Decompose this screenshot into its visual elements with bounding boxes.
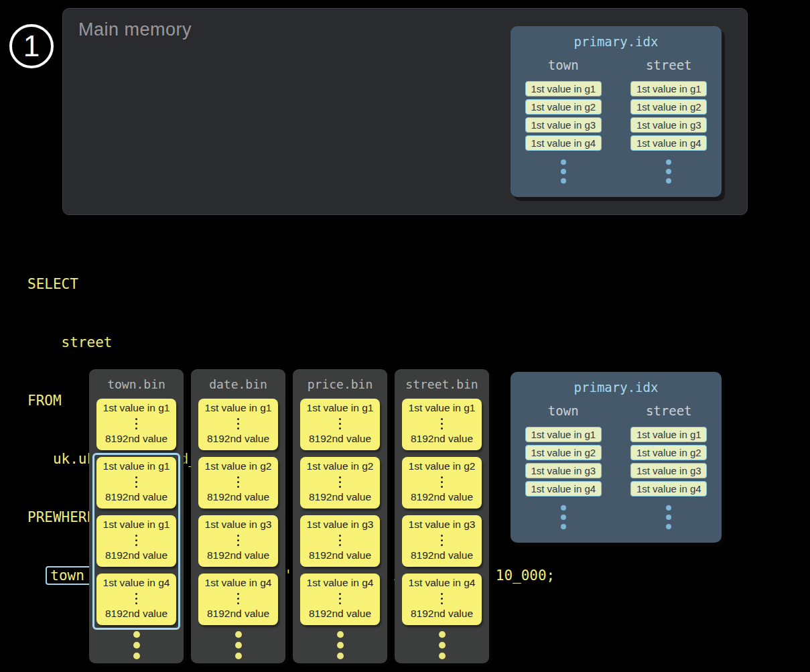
granule-1: 1st value in g1 8192nd value xyxy=(402,399,482,450)
vertical-ellipsis-icon xyxy=(441,535,443,546)
granule-last-value: 8192nd value xyxy=(309,433,371,445)
idx-entry: 1st value in g3 xyxy=(630,463,707,478)
idx-entry: 1st value in g1 xyxy=(630,427,707,442)
granule-last-value: 8192nd value xyxy=(411,433,473,445)
granule-first-value: 1st value in g4 xyxy=(103,577,170,589)
vertical-ellipsis-icon xyxy=(666,505,671,529)
granule-first-value: 1st value in g4 xyxy=(409,577,476,589)
granule-4: 1st value in g4 8192nd value xyxy=(198,574,278,625)
idx-entry: 1st value in g1 xyxy=(525,81,602,96)
vertical-ellipsis-icon xyxy=(339,593,341,604)
granule-4: 1st value in g4 8192nd value xyxy=(402,574,482,625)
vertical-ellipsis-icon xyxy=(237,535,239,546)
granule-list: 1st value in g1 8192nd value 1st value i… xyxy=(191,399,285,625)
granule-last-value: 8192nd value xyxy=(207,549,269,561)
granule-last-value: 8192nd value xyxy=(411,549,473,561)
bin-date: date.bin 1st value in g1 8192nd value 1s… xyxy=(191,369,285,663)
idx-column-town: town 1st value in g1 1st value in g2 1st… xyxy=(511,58,616,184)
granule-first-value: 1st value in g2 xyxy=(307,460,374,472)
granule-1: 1st value in g1 8192nd value xyxy=(300,399,380,450)
granule-first-value: 1st value in g1 xyxy=(307,402,374,414)
granule-first-value: 1st value in g1 xyxy=(409,402,476,414)
granule-list: 1st value in g1 8192nd value 1st value i… xyxy=(395,399,489,625)
granule-2: 1st value in g2 8192nd value xyxy=(198,457,278,509)
idx-entry: 1st value in g3 xyxy=(525,117,602,133)
granule-first-value: 1st value in g3 xyxy=(409,519,476,531)
vertical-ellipsis-icon xyxy=(237,476,239,488)
sql-line-select-column: street xyxy=(27,333,555,352)
bin-title: date.bin xyxy=(191,369,285,392)
granule-2: 1st value in g2 8192nd value xyxy=(402,457,482,509)
granule-1: 1st value in g1 8192nd value xyxy=(198,399,278,450)
bin-title: town.bin xyxy=(89,369,184,392)
granule-last-value: 8192nd value xyxy=(309,491,371,503)
vertical-ellipsis-icon xyxy=(135,476,137,488)
granule-first-value: 1st value in g4 xyxy=(205,577,272,589)
vertical-ellipsis-icon xyxy=(237,593,239,604)
idx-column-label: town xyxy=(548,58,579,72)
vertical-ellipsis-icon xyxy=(561,159,566,184)
vertical-ellipsis-icon xyxy=(339,535,341,546)
main-memory-title: Main memory xyxy=(78,19,192,40)
vertical-ellipsis-icon xyxy=(561,505,566,529)
granule-last-value: 8192nd value xyxy=(411,491,473,503)
granule-last-value: 8192nd value xyxy=(207,433,269,445)
granule-3: 1st value in g3 8192nd value xyxy=(300,515,380,567)
granule-first-value: 1st value in g2 xyxy=(409,460,476,472)
bin-title: street.bin xyxy=(395,369,489,392)
granule-4: 1st value in g4 8192nd value xyxy=(300,574,380,625)
vertical-ellipsis-icon xyxy=(339,476,341,488)
primary-idx-title: primary.idx xyxy=(511,26,722,49)
vertical-ellipsis-icon xyxy=(135,535,137,546)
step-number: 1 xyxy=(23,31,40,61)
primary-idx-title: primary.idx xyxy=(511,372,722,395)
vertical-ellipsis-icon xyxy=(441,418,443,429)
bin-title: price.bin xyxy=(293,369,387,392)
granule-last-value: 8192nd value xyxy=(207,491,269,503)
idx-entry: 1st value in g1 xyxy=(630,81,707,96)
granule-3: 1st value in g1 8192nd value xyxy=(96,515,176,567)
idx-column-label: town xyxy=(548,403,579,418)
granule-last-value: 8192nd value xyxy=(309,608,371,620)
granule-first-value: 1st value in g1 xyxy=(103,519,170,531)
granule-first-value: 1st value in g1 xyxy=(103,460,170,472)
granule-3: 1st value in g3 8192nd value xyxy=(402,515,482,567)
granule-first-value: 1st value in g4 xyxy=(307,577,374,589)
vertical-ellipsis-icon xyxy=(293,631,387,659)
idx-entry: 1st value in g4 xyxy=(630,135,707,151)
vertical-ellipsis-icon xyxy=(89,631,184,659)
granule-last-value: 8192nd value xyxy=(309,549,371,561)
granule-first-value: 1st value in g2 xyxy=(205,460,272,472)
granule-last-value: 8192nd value xyxy=(105,491,167,503)
vertical-ellipsis-icon xyxy=(339,418,341,429)
idx-entry: 1st value in g3 xyxy=(525,463,602,478)
vertical-ellipsis-icon xyxy=(135,593,137,604)
idx-entry: 1st value in g2 xyxy=(630,99,707,115)
granule-last-value: 8192nd value xyxy=(411,608,473,620)
granule-2: 1st value in g2 8192nd value xyxy=(300,457,380,509)
vertical-ellipsis-icon xyxy=(395,631,489,659)
idx-column-label: street xyxy=(646,58,692,72)
granule-last-value: 8192nd value xyxy=(105,608,167,620)
vertical-ellipsis-icon xyxy=(441,476,443,488)
granule-2: 1st value in g1 8192nd value xyxy=(96,457,176,509)
idx-column-street: street 1st value in g1 1st value in g2 1… xyxy=(616,403,722,529)
bin-town: town.bin 1st value in g1 8192nd value 1s… xyxy=(89,369,184,663)
idx-column-street: street 1st value in g1 1st value in g2 1… xyxy=(616,58,722,184)
granule-3: 1st value in g3 8192nd value xyxy=(198,515,278,567)
idx-column-label: street xyxy=(646,403,692,418)
diagram-canvas: 1 Main memory primary.idx town 1st value… xyxy=(0,0,810,672)
idx-entry: 1st value in g4 xyxy=(630,481,707,496)
primary-idx-columns: town 1st value in g1 1st value in g2 1st… xyxy=(511,403,722,529)
vertical-ellipsis-icon xyxy=(441,593,443,604)
granule-first-value: 1st value in g3 xyxy=(205,519,272,531)
idx-entry: 1st value in g2 xyxy=(525,445,602,460)
granule-1: 1st value in g1 8192nd value xyxy=(96,399,176,450)
vertical-ellipsis-icon xyxy=(666,159,671,184)
granule-last-value: 8192nd value xyxy=(105,549,167,561)
granule-list: 1st value in g1 8192nd value 1st value i… xyxy=(293,399,387,625)
granule-last-value: 8192nd value xyxy=(105,433,167,445)
idx-entry: 1st value in g4 xyxy=(525,481,602,496)
idx-entry: 1st value in g2 xyxy=(525,99,602,115)
primary-idx-box-disk: primary.idx town 1st value in g1 1st val… xyxy=(511,372,722,543)
